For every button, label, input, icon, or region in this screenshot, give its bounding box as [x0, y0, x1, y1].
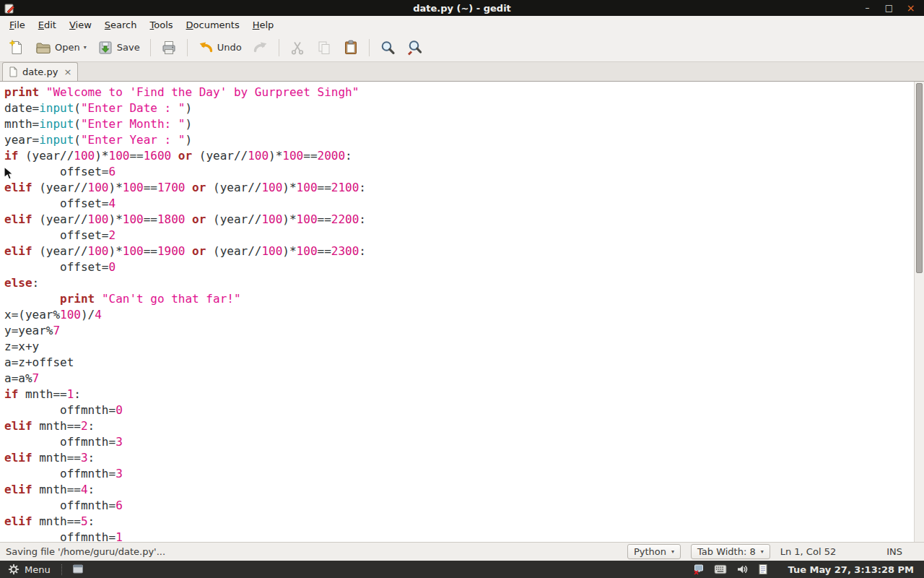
toolbar: Open ▾ Save Undo: [0, 33, 924, 62]
panel-separator: [61, 564, 64, 575]
cursor-position: Ln 1, Col 52: [780, 546, 836, 557]
toolbar-separator: [187, 39, 188, 56]
menu-help[interactable]: Help: [246, 17, 281, 33]
network-status-icon[interactable]: [693, 564, 705, 575]
code-line: y=year%7: [4, 323, 914, 339]
save-label: Save: [117, 42, 140, 53]
tab-bar: date.py ×: [0, 62, 924, 82]
maximize-button[interactable]: □: [884, 0, 894, 16]
cut-icon: [289, 40, 305, 56]
menu-edit[interactable]: Edit: [32, 17, 63, 33]
tab-width-selector[interactable]: Tab Width: 8 ▾: [691, 544, 770, 559]
gear-icon: [8, 564, 19, 575]
code-line: a=z+offset: [4, 355, 914, 371]
menu-file[interactable]: File: [3, 17, 32, 33]
code-line: offmnth=1: [4, 530, 914, 542]
code-line: a=a%7: [4, 371, 914, 387]
scrollbar-thumb[interactable]: [916, 83, 923, 273]
vertical-scrollbar[interactable]: [914, 82, 924, 542]
close-button[interactable]: ×: [906, 0, 915, 16]
find-button[interactable]: [375, 36, 401, 59]
save-icon: [97, 40, 113, 56]
code-line: offset=2: [4, 228, 914, 243]
undo-icon: [198, 40, 214, 56]
code-line: offset=4: [4, 196, 914, 212]
mouse-cursor: [4, 166, 14, 181]
code-line: year=input("Enter Year : "): [4, 132, 914, 148]
menu-search[interactable]: Search: [98, 17, 144, 33]
code-line: offmnth=6: [4, 498, 914, 514]
statusbar-right: Python ▾ Tab Width: 8 ▾ Ln 1, Col 52 INS: [627, 544, 918, 559]
window-title: date.py (~) - gedit: [413, 3, 511, 14]
taskbar-launcher[interactable]: [69, 564, 87, 575]
clock[interactable]: Tue May 27, 3:13:28 PM: [788, 564, 920, 575]
code-line: offmnth=3: [4, 466, 914, 482]
code-line: x=(year%100)/4: [4, 307, 914, 323]
tab-close-icon[interactable]: ×: [62, 66, 71, 77]
window-controls: – □ ×: [863, 0, 924, 16]
minimize-button[interactable]: –: [863, 0, 872, 16]
code-line: offset=0: [4, 259, 914, 275]
undo-button[interactable]: Undo: [193, 36, 247, 59]
code-line: print "Welcome to 'Find the Day' by Gurp…: [4, 85, 914, 100]
desktop: date.py (~) - gedit – □ × File Edit View…: [0, 0, 924, 578]
tab-date-py[interactable]: date.py ×: [2, 62, 78, 81]
notes-icon[interactable]: [757, 564, 769, 575]
redo-button: [248, 36, 274, 59]
code-line: z=x+y: [4, 339, 914, 355]
undo-label: Undo: [217, 42, 242, 53]
print-icon: [161, 40, 177, 56]
volume-icon[interactable]: [736, 564, 748, 575]
code-line: offset=6: [4, 164, 914, 180]
code-line: else:: [4, 275, 914, 291]
code-line: elif mnth==3:: [4, 450, 914, 466]
new-document-button[interactable]: [4, 36, 30, 59]
language-selector[interactable]: Python ▾: [627, 544, 681, 559]
print-button[interactable]: [156, 36, 182, 59]
gedit-app-icon: [4, 3, 15, 14]
code-line: date=input("Enter Date : "): [4, 100, 914, 116]
title-bar: date.py (~) - gedit – □ ×: [0, 0, 924, 16]
system-tray: Tue May 27, 3:13:28 PM: [693, 564, 920, 575]
language-label: Python: [634, 546, 666, 557]
redo-icon: [253, 40, 269, 56]
find-replace-icon: [406, 40, 422, 56]
taskbar: Menu: [0, 561, 924, 578]
status-bar: Saving file '/home/guru/date.py'... Pyth…: [0, 542, 924, 561]
editor-area: print "Welcome to 'Find the Day' by Gurp…: [0, 82, 924, 542]
menu-tools[interactable]: Tools: [144, 17, 180, 33]
code-line: elif mnth==5:: [4, 514, 914, 530]
insert-mode-indicator: INS: [886, 546, 902, 557]
copy-icon: [316, 40, 332, 56]
code-line: elif (year//100)*100==1900 or (year//100…: [4, 243, 914, 259]
code-editor[interactable]: print "Welcome to 'Find the Day' by Gurp…: [0, 82, 914, 542]
code-line: elif (year//100)*100==1700 or (year//100…: [4, 180, 914, 196]
code-line: offmnth=3: [4, 434, 914, 450]
menu-view[interactable]: View: [63, 17, 98, 33]
save-button[interactable]: Save: [92, 36, 145, 59]
applications-menu-button[interactable]: Menu: [4, 561, 56, 578]
chevron-down-icon: ▾: [84, 44, 87, 51]
cut-button: [284, 36, 310, 59]
menu-bar: File Edit View Search Tools Documents He…: [0, 16, 924, 33]
open-button[interactable]: Open ▾: [30, 36, 92, 59]
code-line: elif mnth==4:: [4, 482, 914, 498]
keyboard-indicator-icon[interactable]: [714, 564, 727, 574]
paste-button[interactable]: [338, 36, 364, 59]
toolbar-separator: [369, 39, 370, 56]
menu-label: Menu: [25, 564, 51, 575]
code-line: elif mnth==2:: [4, 418, 914, 434]
code-line: offmnth=0: [4, 402, 914, 418]
toolbar-separator: [279, 39, 279, 56]
code-line: if (year//100)*100==1600 or (year//100)*…: [4, 148, 914, 164]
menu-documents[interactable]: Documents: [180, 17, 246, 33]
toolbar-separator: [150, 39, 151, 56]
open-folder-icon: [35, 40, 51, 56]
open-label: Open: [55, 42, 80, 53]
status-message: Saving file '/home/guru/date.py'...: [6, 546, 165, 557]
document-icon: [9, 66, 18, 77]
chevron-down-icon: ▾: [671, 548, 674, 555]
find-replace-button[interactable]: [401, 36, 427, 59]
paste-icon: [343, 40, 359, 56]
code-line: print "Can't go that far!": [4, 291, 914, 307]
